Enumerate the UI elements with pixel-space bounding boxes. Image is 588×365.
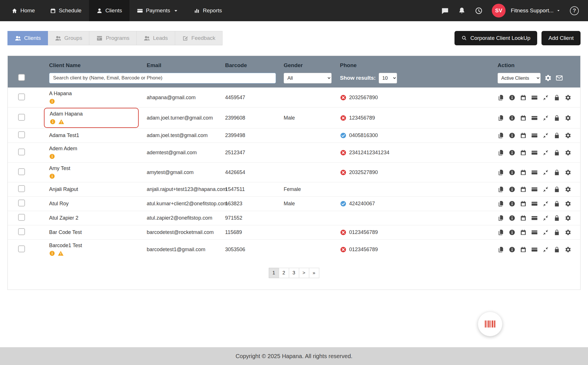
calendar-icon[interactable]: [520, 246, 527, 253]
bulk-email-button[interactable]: [556, 74, 563, 82]
account-menu[interactable]: Fitness Support...: [511, 7, 561, 14]
collapse-icon[interactable]: [542, 169, 549, 176]
settings-icon[interactable]: [565, 115, 571, 121]
document-icon[interactable]: [498, 186, 504, 193]
credit-card-icon[interactable]: [531, 115, 538, 121]
row-checkbox[interactable]: [18, 245, 25, 252]
info-icon[interactable]: [509, 186, 515, 193]
info-alert-icon[interactable]: [49, 173, 55, 179]
search-input[interactable]: [49, 73, 276, 83]
lock-icon[interactable]: [554, 229, 560, 236]
lock-icon[interactable]: [554, 246, 560, 253]
lock-icon[interactable]: [554, 169, 560, 176]
collapse-icon[interactable]: [542, 149, 549, 156]
nav-item-home[interactable]: Home: [4, 0, 42, 21]
settings-icon[interactable]: [565, 200, 571, 207]
add-client-button[interactable]: Add Client: [541, 31, 581, 45]
tab-leads[interactable]: Leads: [137, 31, 175, 45]
warning-icon[interactable]: [58, 250, 64, 256]
client-name[interactable]: Atul Zapier 2: [49, 215, 78, 221]
info-alert-icon[interactable]: [50, 119, 56, 125]
document-icon[interactable]: [498, 115, 504, 121]
document-icon[interactable]: [498, 132, 504, 139]
page-3-button[interactable]: 3: [289, 268, 299, 278]
lock-icon[interactable]: [554, 200, 560, 207]
credit-card-icon[interactable]: [531, 186, 538, 193]
collapse-icon[interactable]: [542, 94, 549, 101]
credit-card-icon[interactable]: [531, 94, 538, 101]
info-icon[interactable]: [509, 149, 515, 156]
chat-button[interactable]: [441, 7, 449, 15]
row-checkbox[interactable]: [18, 200, 25, 206]
lock-icon[interactable]: [554, 115, 560, 121]
info-alert-icon[interactable]: [49, 153, 55, 159]
lock-icon[interactable]: [554, 149, 560, 156]
settings-icon[interactable]: [565, 132, 571, 139]
client-name[interactable]: Atul Roy: [49, 201, 69, 207]
document-icon[interactable]: [498, 94, 504, 101]
credit-card-icon[interactable]: [531, 169, 538, 176]
document-icon[interactable]: [498, 229, 504, 236]
row-checkbox[interactable]: [18, 93, 25, 100]
collapse-icon[interactable]: [542, 229, 549, 236]
document-icon[interactable]: [498, 169, 504, 176]
notifications-button[interactable]: [458, 7, 466, 15]
calendar-icon[interactable]: [520, 200, 527, 207]
nav-item-schedule[interactable]: Schedule: [42, 0, 89, 21]
row-checkbox[interactable]: [18, 168, 25, 175]
info-icon[interactable]: [509, 246, 515, 253]
info-alert-icon[interactable]: [49, 250, 55, 256]
nav-item-reports[interactable]: Reports: [186, 0, 229, 21]
info-alert-icon[interactable]: [49, 98, 55, 104]
collapse-icon[interactable]: [542, 200, 549, 207]
gender-filter-select[interactable]: All: [284, 73, 332, 83]
calendar-icon[interactable]: [520, 115, 527, 121]
settings-icon[interactable]: [565, 246, 571, 253]
info-icon[interactable]: [509, 229, 515, 236]
next-page-button[interactable]: >: [299, 268, 309, 278]
client-name[interactable]: Amy Test: [49, 165, 70, 171]
calendar-icon[interactable]: [520, 132, 527, 139]
tab-feedback[interactable]: Feedback: [175, 31, 223, 45]
client-name[interactable]: Barcode1 Test: [49, 243, 82, 249]
client-name[interactable]: A Hapana: [49, 91, 72, 97]
page-1-button[interactable]: 1: [269, 268, 279, 278]
calendar-icon[interactable]: [520, 186, 527, 193]
settings-icon[interactable]: [565, 169, 571, 176]
lock-icon[interactable]: [554, 94, 560, 101]
info-icon[interactable]: [509, 200, 515, 207]
nav-item-clients[interactable]: Clients: [89, 0, 129, 21]
document-icon[interactable]: [498, 149, 504, 156]
calendar-icon[interactable]: [520, 94, 527, 101]
collapse-icon[interactable]: [542, 215, 549, 221]
lock-icon[interactable]: [554, 132, 560, 139]
info-icon[interactable]: [509, 215, 515, 221]
client-name[interactable]: Bar Code Test: [49, 229, 82, 235]
document-icon[interactable]: [498, 215, 504, 221]
info-icon[interactable]: [509, 169, 515, 176]
column-settings-button[interactable]: [544, 74, 552, 82]
info-icon[interactable]: [509, 132, 515, 139]
client-name[interactable]: Adama Test1: [49, 132, 79, 138]
settings-icon[interactable]: [565, 229, 571, 236]
settings-icon[interactable]: [565, 149, 571, 156]
select-all-checkbox[interactable]: [18, 74, 25, 81]
credit-card-icon[interactable]: [531, 149, 538, 156]
tab-groups[interactable]: Groups: [48, 31, 89, 45]
info-icon[interactable]: [509, 115, 515, 121]
credit-card-icon[interactable]: [531, 132, 538, 139]
page-2-button[interactable]: 2: [279, 268, 289, 278]
nav-item-payments[interactable]: Payments: [129, 0, 186, 21]
avatar[interactable]: SV: [492, 4, 506, 17]
collapse-icon[interactable]: [542, 246, 549, 253]
client-name[interactable]: Anjali Rajput: [49, 186, 78, 192]
info-icon[interactable]: [509, 94, 515, 101]
row-checkbox[interactable]: [18, 214, 25, 221]
client-name[interactable]: Adem Adem: [49, 146, 77, 152]
client-name[interactable]: Adam Hapana: [50, 111, 133, 117]
history-button[interactable]: [475, 7, 483, 15]
client-status-filter-select[interactable]: Active Clients: [498, 73, 541, 83]
tab-programs[interactable]: Programs: [89, 31, 136, 45]
barcode-scan-button[interactable]: [478, 312, 502, 336]
credit-card-icon[interactable]: [531, 229, 538, 236]
